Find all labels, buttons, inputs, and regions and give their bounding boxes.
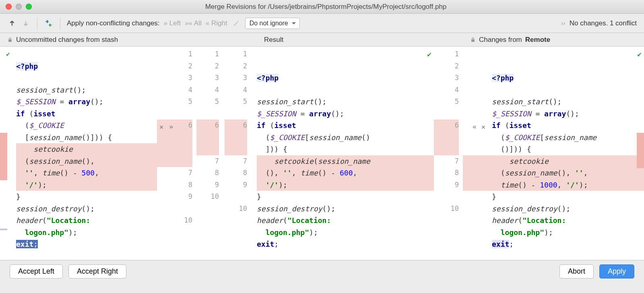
lock-icon	[7, 37, 13, 43]
prev-diff-icon[interactable]	[7, 19, 17, 28]
left-pane-header: Uncommitted changes from stash	[0, 36, 196, 44]
separator	[60, 17, 60, 29]
right-gutter: 12345 6«✕ 789 10	[434, 47, 463, 260]
reject-left-icon[interactable]: ✕	[159, 121, 163, 133]
left-pane-title: Uncommitted changes from stash	[16, 36, 118, 44]
dialog-footer: Accept Left Accept Right Abort Apply	[0, 260, 644, 283]
php-tag: <?php	[16, 62, 38, 70]
right-pane-title-bold: Remote	[525, 36, 550, 44]
window-title: Merge Revisions for /Users/jetbrains/Php…	[32, 3, 644, 11]
check-icon: ✔	[637, 48, 642, 60]
merge-status: No changes. 1 conflict	[570, 19, 637, 27]
minimize-window-button[interactable]	[16, 4, 22, 10]
lock-icon	[470, 37, 476, 43]
left-gutter: 12345 ✕»6 789 10	[157, 47, 196, 260]
magic-resolve-icon[interactable]	[44, 19, 54, 28]
check-icon: ✔	[6, 51, 10, 58]
window-titlebar: Merge Revisions for /Users/jetbrains/Php…	[0, 0, 644, 14]
pane-headers: Uncommitted changes from stash Result Ch…	[0, 33, 644, 47]
merge-diff-body: ✔ <?php session_start(); $_SESSION = arr…	[0, 47, 644, 260]
next-change-chevrons-icon[interactable]: ››	[561, 19, 565, 27]
apply-nonconflict-label: Apply non-conflicting changes:	[67, 19, 160, 27]
magic-wand-icon[interactable]	[231, 19, 241, 28]
separator	[37, 17, 37, 29]
svg-rect-1	[471, 39, 475, 42]
apply-all-button[interactable]: »« All	[185, 19, 202, 27]
combo-value: Do not ignore	[250, 20, 288, 27]
result-pane-header: Result	[257, 36, 434, 44]
merge-toolbar: Apply non-conflicting changes: » Left »«…	[0, 14, 644, 33]
apply-right-button[interactable]: « Right	[206, 19, 227, 27]
svg-rect-0	[8, 39, 12, 42]
traffic-lights	[0, 4, 32, 10]
apply-left-button[interactable]: » Left	[164, 19, 181, 27]
accept-left-button[interactable]: Accept Left	[10, 264, 63, 279]
middle-gutter: 12345 6 78910 12345 6 789 10	[196, 47, 257, 260]
close-window-button[interactable]	[6, 4, 12, 10]
check-icon: ✔	[427, 48, 431, 60]
next-diff-icon[interactable]	[21, 19, 31, 28]
right-code-pane[interactable]: ✔ <?php session_start(); $_SESSION = arr…	[463, 47, 644, 260]
abort-button[interactable]: Abort	[559, 264, 594, 279]
apply-button[interactable]: Apply	[599, 264, 634, 279]
zoom-window-button[interactable]	[26, 4, 32, 10]
ignore-whitespace-combo[interactable]: Do not ignore	[245, 18, 300, 29]
accept-left-chunk-icon[interactable]: »	[169, 121, 173, 133]
left-marker-strip: ✔	[0, 47, 16, 260]
result-code-pane[interactable]: ✔ <?php session_start(); $_SESSION = arr…	[257, 47, 434, 260]
right-pane-header: Changes from Remote	[463, 36, 644, 44]
left-code-pane[interactable]: <?php session_start(); $_SESSION = array…	[16, 47, 157, 260]
right-pane-title-prefix: Changes from	[479, 36, 522, 44]
accept-right-button[interactable]: Accept Right	[68, 264, 126, 279]
result-pane-title: Result	[264, 36, 283, 44]
